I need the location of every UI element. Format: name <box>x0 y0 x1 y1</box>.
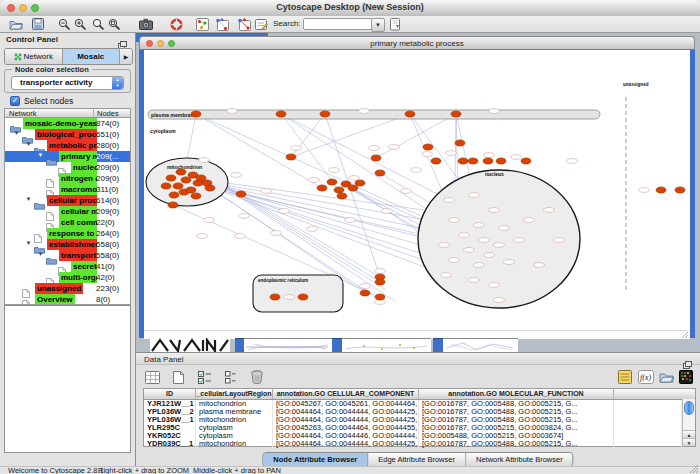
tab-node-attribute-browser[interactable]: Node Attribute Browser <box>263 453 368 466</box>
table-row[interactable]: YPL036W__1mitochondrion[GO:0044464, GO:0… <box>144 416 695 424</box>
tree-row[interactable]: response to stimulu264(0) <box>5 228 130 239</box>
background-window-border[interactable] <box>433 338 443 352</box>
label-node[interactable] <box>271 231 282 236</box>
edge[interactable] <box>281 114 449 200</box>
label-node[interactable] <box>514 238 525 243</box>
network-node[interactable] <box>327 179 337 185</box>
network-node[interactable] <box>423 144 433 150</box>
more-tabs-arrow[interactable]: ▶ <box>120 49 132 64</box>
column-divider[interactable] <box>93 109 94 117</box>
network-node[interactable] <box>521 158 531 164</box>
network-node[interactable] <box>191 193 201 199</box>
network-node[interactable] <box>360 290 370 296</box>
new-attribute-icon[interactable] <box>170 369 187 385</box>
label-node[interactable] <box>446 151 457 156</box>
scroll-down-button[interactable]: ▼ <box>683 438 695 446</box>
tree-row[interactable]: mosaic-demo-yeast874(0) <box>5 118 130 129</box>
network-node[interactable] <box>451 111 461 117</box>
label-node[interactable] <box>489 208 500 213</box>
label-node[interactable] <box>524 218 535 223</box>
label-node[interactable] <box>375 269 386 274</box>
network-node[interactable] <box>468 158 478 164</box>
attribute-grid-icon[interactable] <box>144 369 161 385</box>
resize-grip-icon[interactable] <box>681 331 689 338</box>
network-node[interactable] <box>286 154 296 160</box>
network-node[interactable] <box>375 294 385 300</box>
column-header-region[interactable]: _cellularLayoutRegion <box>196 389 273 399</box>
label-node[interactable] <box>345 218 356 223</box>
network-node[interactable] <box>483 158 493 164</box>
background-window-canvas[interactable] <box>244 338 332 352</box>
tree-row[interactable]: ▼metabolic process280(0) <box>5 140 130 151</box>
expand-arrow-icon[interactable]: ▼ <box>36 251 45 257</box>
network-node[interactable] <box>375 279 385 285</box>
scrollbar-thumb[interactable] <box>684 401 694 415</box>
select-attributes-icon[interactable] <box>196 369 213 385</box>
label-node[interactable] <box>329 168 340 173</box>
network-node[interactable] <box>166 175 176 181</box>
zoom-in-icon[interactable] <box>72 17 88 31</box>
network-node[interactable] <box>236 191 246 197</box>
edge[interactable] <box>220 186 430 230</box>
table-row[interactable]: YPL036W__2plasma membrane[GO:0044464, GO… <box>144 408 695 416</box>
edge[interactable] <box>187 114 196 160</box>
table-scrollbar[interactable]: ▲ ▼ <box>682 399 695 446</box>
label-node[interactable] <box>479 238 490 243</box>
attribute-batch-icon[interactable] <box>616 369 633 385</box>
float-panel-icon[interactable] <box>683 355 692 363</box>
expand-arrow-icon[interactable]: ▼ <box>36 152 45 158</box>
label-node[interactable] <box>239 214 250 219</box>
label-node[interactable] <box>231 173 242 178</box>
column-header-cellular-component[interactable]: annotation.GO CELLULAR_COMPONENT <box>273 389 419 399</box>
column-header-id[interactable]: ID <box>144 389 196 399</box>
network-node[interactable] <box>320 111 330 117</box>
network-node[interactable] <box>348 185 358 191</box>
tree-row[interactable]: cell communicat22(0) <box>5 217 130 228</box>
label-node[interactable] <box>199 158 210 163</box>
tab-network-attribute-browser[interactable]: Network Attribute Browser <box>466 453 573 466</box>
tab-mosaic[interactable]: Mosaic <box>63 49 121 64</box>
network-node[interactable] <box>458 158 468 164</box>
label-node[interactable] <box>422 152 433 157</box>
matrix-icon[interactable] <box>677 369 694 385</box>
label-node[interactable] <box>489 283 500 288</box>
birds-eye-view[interactable] <box>4 305 131 453</box>
tree-row[interactable]: ▼establishment of lo558(0) <box>5 239 130 250</box>
network-node[interactable] <box>675 187 685 193</box>
label-node[interactable] <box>360 284 371 289</box>
zoom-selected-icon[interactable] <box>106 17 122 31</box>
label-node[interactable] <box>369 146 380 151</box>
resize-grip[interactable] <box>688 459 698 474</box>
label-node[interactable] <box>534 263 545 268</box>
label-node[interactable] <box>464 248 475 253</box>
node-color-dropdown[interactable]: transporter activity ▲▼ <box>11 76 124 90</box>
tab-edge-attribute-browser[interactable]: Edge Attribute Browser <box>368 453 466 466</box>
label-node[interactable] <box>474 223 485 228</box>
label-node[interactable] <box>309 178 320 183</box>
background-window-border[interactable] <box>332 338 342 352</box>
label-node[interactable] <box>307 227 318 232</box>
label-node[interactable] <box>441 273 452 278</box>
label-node[interactable] <box>291 146 302 151</box>
save-session-icon[interactable] <box>30 17 46 31</box>
network-node[interactable] <box>371 155 381 161</box>
network-node[interactable] <box>276 111 286 117</box>
network-node[interactable] <box>455 140 465 146</box>
table-row[interactable]: YJR121W__1mitochondrion[GO:0045267, GO:0… <box>144 400 695 408</box>
label-node[interactable] <box>469 193 480 198</box>
label-node[interactable] <box>469 278 480 283</box>
open-session-icon[interactable] <box>8 17 24 31</box>
window-titlebar[interactable]: Cytoscape Desktop (New Session) <box>0 0 700 17</box>
label-node[interactable] <box>511 155 522 160</box>
label-node[interactable] <box>284 295 295 300</box>
tree-row[interactable]: cellular metabo209(0) <box>5 206 130 217</box>
plugin-nodes-icon[interactable] <box>194 17 210 31</box>
label-node[interactable] <box>389 145 400 150</box>
label-node[interactable] <box>261 189 272 194</box>
edge[interactable] <box>291 114 410 157</box>
label-node[interactable] <box>439 243 450 248</box>
search-options-dropdown[interactable]: ▼ <box>371 18 385 32</box>
select-edges-plugin-icon[interactable] <box>236 17 252 31</box>
network-node[interactable] <box>405 111 415 117</box>
label-node[interactable] <box>279 209 290 214</box>
